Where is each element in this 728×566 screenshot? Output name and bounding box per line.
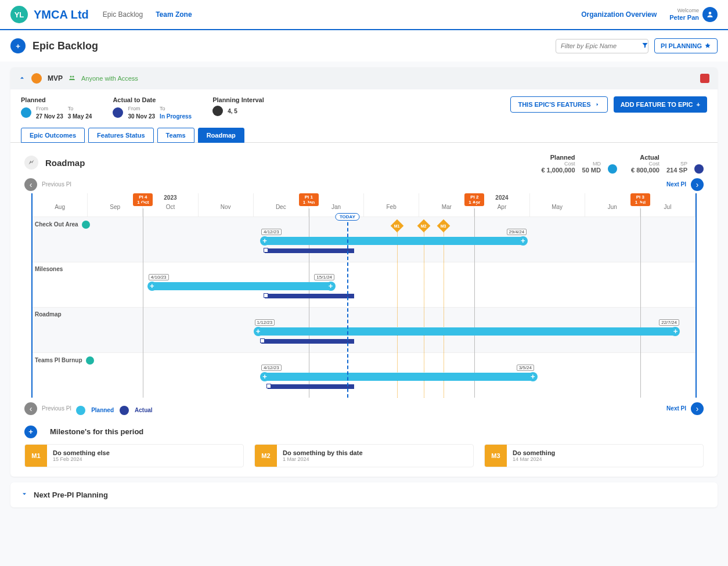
gantt-row: Teams PI Burnup++4/12/233/5/24 [33,352,695,398]
planned-md: 50 MD [582,167,601,174]
gantt-row: Check Out Area++4/12/2329/4/24 [33,217,695,262]
prev-pi-label: Previous PI [42,181,71,188]
planned-icon [21,107,31,118]
month-nov: Nov [199,193,254,217]
pi-marker: PI 21 Apr [464,193,484,206]
pi-icon [212,106,223,116]
milestone-card[interactable]: M2Do something by this date1 Mar 2024 [254,444,474,467]
tab-features-status[interactable]: Features Status [88,128,154,143]
user-name: Peter Pan [669,14,699,21]
milestone-card[interactable]: M3Do something14 Mar 2024 [484,444,704,467]
pi-planning-button[interactable]: PI PLANNING [654,38,718,53]
month-feb: Feb [364,193,419,217]
svg-point-0 [709,12,712,15]
access-icon [69,74,75,83]
chevron-right-icon [594,102,600,107]
page-title: Epic Backlog [33,40,98,52]
pi-marker: PI 11 Jan [299,193,319,206]
prev-pi-button[interactable]: ‹ [24,178,37,191]
actual-bar[interactable] [261,339,354,344]
month-aug: Aug [33,193,88,217]
pi-marker: PI 41 Oct [133,193,153,206]
planned-bar[interactable]: ++ [261,373,536,381]
milestones-title: Milestone's for this period [50,427,143,436]
actual-cost: € 800,000 [631,167,659,174]
epic-type-icon [31,73,42,84]
legend-planned-icon [76,406,85,415]
app-header: YL YMCA Ltd Epic Backlog Team Zone Organ… [0,0,728,30]
actual-bar[interactable] [265,294,354,298]
nav-team-zone[interactable]: Team Zone [156,10,192,19]
filter-box[interactable] [556,39,648,53]
actual-block: Actual to Date From30 Nov 23 ToIn Progre… [113,96,192,120]
next-pi-label: Next PI [666,181,686,188]
pi-planning-icon [704,42,711,49]
actual-bar[interactable] [265,248,354,253]
tab-roadmap[interactable]: Roadmap [198,128,244,143]
planned-cost: € 1,000,000 [541,167,575,174]
add-feature-button[interactable]: ADD FEATURE TO EPIC + [614,96,707,113]
nav-epic-backlog[interactable]: Epic Backlog [103,10,143,19]
svg-point-2 [73,75,74,77]
epic-tabs: Epic Outcomes Features Status Teams Road… [10,127,718,143]
delete-epic-button[interactable] [700,74,709,83]
next-pre-pi-planning[interactable]: Next Pre-PI Planning [10,482,718,507]
prev-pi-button-bottom[interactable]: ‹ [24,402,37,415]
org-name[interactable]: YMCA Ltd [34,8,89,21]
planned-bar[interactable]: ++ [261,237,527,245]
planned-summary-icon [608,164,617,174]
access-label: Anyone with Access [81,75,138,82]
gantt-chart: AugSepOct2023NovDecJanFebMarApr2024MayJu… [31,193,697,398]
actual-icon [113,107,123,118]
org-logo: YL [10,6,28,23]
epic-header: MVP Anyone with Access [10,67,718,89]
collapse-icon[interactable] [19,74,26,83]
actual-bar[interactable] [268,384,354,389]
roadmap-icon [24,156,38,170]
next-pi-label-bottom: Next PI [666,405,686,412]
epic-name[interactable]: MVP [48,74,63,82]
page-toolbar: + Epic Backlog PI PLANNING [0,30,728,62]
next-pi-button-bottom[interactable]: › [691,402,704,415]
gantt-row: Roadmap++1/12/2322/7/24 [33,307,695,352]
milestone-card[interactable]: M1Do something else15 Feb 2024 [24,444,244,467]
org-overview-link[interactable]: Organization Overview [581,10,657,19]
svg-point-1 [70,75,72,77]
tab-teams[interactable]: Teams [157,128,194,143]
gantt-body: Check Out Area++4/12/2329/4/24Milesones+… [33,217,695,398]
roadmap-title: Roadmap [45,158,85,168]
timeline-header: AugSepOct2023NovDecJanFebMarApr2024MayJu… [33,193,695,217]
funnel-icon[interactable] [641,42,648,51]
pi-block: Planning Interval 4, 5 [212,96,264,116]
epic-card: MVP Anyone with Access Planned From27 No… [10,67,718,477]
prev-pi-label-bottom: Previous PI [42,405,71,412]
chevron-down-icon [21,491,28,499]
tab-epic-outcomes[interactable]: Epic Outcomes [21,128,85,143]
user-welcome-label: Welcome [669,8,699,14]
filter-input[interactable] [561,42,641,49]
gantt-row: Milesones++4/10/2315/1/24 [33,262,695,307]
user-menu[interactable]: Welcome Peter Pan [669,7,718,22]
legend-planned: Planned [91,407,114,413]
month-may: May [530,193,585,217]
actual-summary-icon [694,164,704,174]
roadmap-section: Roadmap Planned Cost € 1,000,000 MD 50 M… [10,143,718,477]
user-avatar-icon [702,7,718,22]
next-pi-button[interactable]: › [691,178,704,191]
planned-block: Planned From27 Nov 23 To3 May 24 [21,96,92,120]
plus-icon: + [697,101,700,108]
planned-bar[interactable]: ++ [255,327,679,336]
legend-actual-icon [120,406,129,415]
add-epic-button[interactable]: + [10,38,26,53]
legend-actual: Actual [135,407,153,413]
epic-features-button[interactable]: THIS EPIC'S FEATURES [510,96,607,113]
planned-bar[interactable]: ++ [149,282,334,290]
pi-marker: PI 31 Jul [630,193,650,206]
add-milestone-button[interactable]: + [24,426,37,438]
today-marker: TODAY [336,213,359,221]
actual-sp: 214 SP [666,167,687,174]
